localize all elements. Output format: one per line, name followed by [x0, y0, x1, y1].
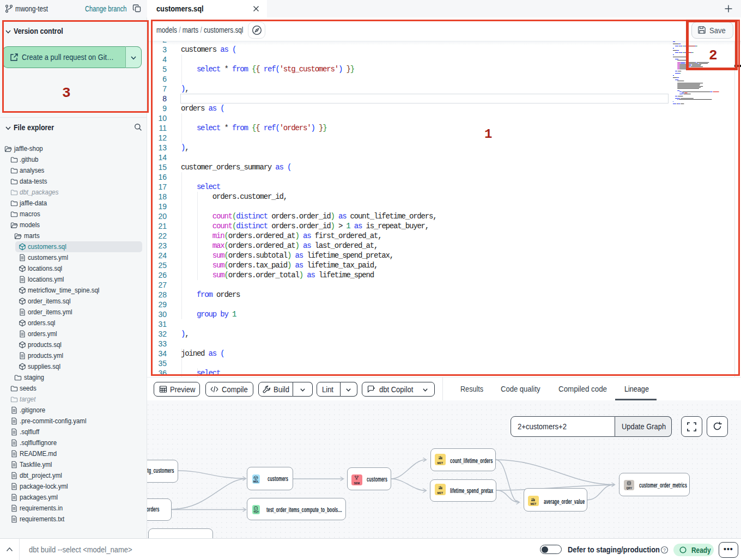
svg-text:?: ?	[663, 547, 666, 553]
